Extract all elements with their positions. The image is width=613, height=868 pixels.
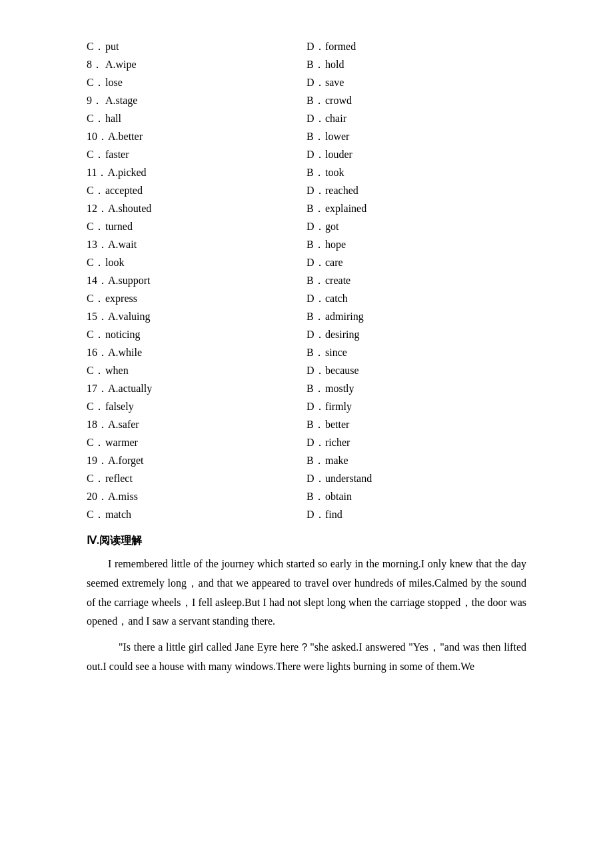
- option-label-right: D．: [306, 40, 325, 54]
- left-col: C．express: [87, 292, 306, 306]
- option-label-left: C．: [87, 76, 105, 90]
- left-col: C．turned: [87, 220, 306, 234]
- qa-row: 20．A.missB．obtain: [87, 490, 526, 504]
- qa-row: 16．A.whileB．since: [87, 346, 526, 360]
- option-label-left: C．: [87, 184, 105, 198]
- qa-row: C．putD．formed: [87, 40, 526, 54]
- option-text-left: A.forget: [108, 455, 143, 467]
- option-label-left: C．: [87, 508, 105, 522]
- right-col: B．took: [306, 166, 526, 180]
- left-col: C．hall: [87, 112, 306, 126]
- right-col: B．explained: [306, 202, 526, 216]
- option-label-left: 17．: [87, 382, 108, 396]
- option-label-left: C．: [87, 220, 105, 234]
- left-col: C．when: [87, 364, 306, 378]
- option-text-right: because: [325, 365, 359, 377]
- option-text-right: lower: [325, 131, 349, 143]
- left-col: C．match: [87, 508, 306, 522]
- option-text-left: faster: [105, 149, 129, 161]
- option-label-right: D．: [306, 508, 325, 522]
- option-label-right: D．: [306, 292, 325, 306]
- right-col: D．catch: [306, 292, 526, 306]
- option-label-right: D．: [306, 148, 325, 162]
- option-label-right: B．: [306, 310, 325, 324]
- qa-row: C．warmerD．richer: [87, 436, 526, 450]
- left-col: 17．A.actually: [87, 382, 306, 396]
- right-col: D．got: [306, 220, 526, 234]
- right-col: B．hope: [306, 238, 526, 252]
- option-label-left: C．: [87, 292, 105, 306]
- option-label-right: B．: [306, 274, 325, 288]
- option-label-right: B．: [306, 346, 325, 360]
- option-label-right: D．: [306, 436, 325, 450]
- option-label-right: D．: [306, 364, 325, 378]
- qa-row: 15．A.valuingB．admiring: [87, 310, 526, 324]
- right-col: D．formed: [306, 40, 526, 54]
- left-col: C．noticing: [87, 328, 306, 342]
- option-label-right: D．: [306, 76, 325, 90]
- right-col: B．obtain: [306, 490, 526, 504]
- right-col: D．firmly: [306, 400, 526, 414]
- left-col: C．falsely: [87, 400, 306, 414]
- option-label-left: 16．: [87, 346, 108, 360]
- qa-row: C．lookD．care: [87, 256, 526, 270]
- right-col: B．admiring: [306, 310, 526, 324]
- option-label-right: B．: [306, 166, 325, 180]
- left-col: 19．A.forget: [87, 454, 306, 468]
- option-label-left: C．: [87, 472, 105, 486]
- paragraph2: "Is there a little girl called Jane Eyre…: [87, 638, 526, 677]
- qa-row: 19．A.forgetB．make: [87, 454, 526, 468]
- right-col: B．better: [306, 418, 526, 432]
- option-text-right: got: [325, 221, 338, 233]
- option-text-left: A.safer: [108, 419, 139, 431]
- option-text-right: find: [325, 509, 342, 521]
- left-col: C．faster: [87, 148, 306, 162]
- option-text-left: A.valuing: [108, 311, 151, 323]
- option-text-right: reached: [325, 185, 358, 197]
- option-label-right: B．: [306, 490, 325, 504]
- option-text-right: since: [325, 347, 347, 359]
- option-label-left: 10．: [87, 130, 108, 144]
- option-text-right: care: [325, 257, 343, 269]
- left-col: 20．A.miss: [87, 490, 306, 504]
- option-label-left: 14．: [87, 274, 108, 288]
- qa-row: 14．A.supportB．create: [87, 274, 526, 288]
- qa-row: 8．A.wipeB．hold: [87, 58, 526, 72]
- option-label-right: D．: [306, 184, 325, 198]
- option-text-left: hall: [105, 113, 121, 125]
- qa-row: C．falselyD．firmly: [87, 400, 526, 414]
- right-col: B．make: [306, 454, 526, 468]
- option-label-left: 13．: [87, 238, 108, 252]
- left-col: C．put: [87, 40, 306, 54]
- option-text-right: desiring: [325, 329, 360, 341]
- qa-grid: C．putD．formed8．A.wipeB．holdC．loseD．save9…: [87, 40, 526, 522]
- option-text-left: reflect: [105, 473, 133, 485]
- left-col: 11．A.picked: [87, 166, 306, 180]
- qa-row: 11．A.pickedB．took: [87, 166, 526, 180]
- right-col: D．reached: [306, 184, 526, 198]
- option-text-left: A.actually: [108, 383, 152, 395]
- option-label-left: 20．: [87, 490, 108, 504]
- option-text-right: understand: [325, 473, 372, 485]
- option-text-left: A.while: [108, 347, 142, 359]
- option-text-right: crowd: [325, 95, 352, 107]
- option-label-right: B．: [306, 58, 325, 72]
- right-col: D．louder: [306, 148, 526, 162]
- option-text-right: mostly: [325, 383, 354, 395]
- option-label-left: C．: [87, 40, 105, 54]
- qa-row: 10．A.betterB．lower: [87, 130, 526, 144]
- option-label-right: D．: [306, 112, 325, 126]
- option-label-right: B．: [306, 238, 325, 252]
- option-label-left: C．: [87, 112, 105, 126]
- right-col: D．understand: [306, 472, 526, 486]
- left-col: C．accepted: [87, 184, 306, 198]
- qa-row: C．whenD．because: [87, 364, 526, 378]
- option-label-right: B．: [306, 202, 325, 216]
- option-text-right: create: [325, 275, 350, 287]
- option-text-right: chair: [325, 113, 346, 125]
- option-label-right: D．: [306, 256, 325, 270]
- left-col: 18．A.safer: [87, 418, 306, 432]
- option-label-right: B．: [306, 382, 325, 396]
- option-label-right: B．: [306, 418, 325, 432]
- left-col: C．look: [87, 256, 306, 270]
